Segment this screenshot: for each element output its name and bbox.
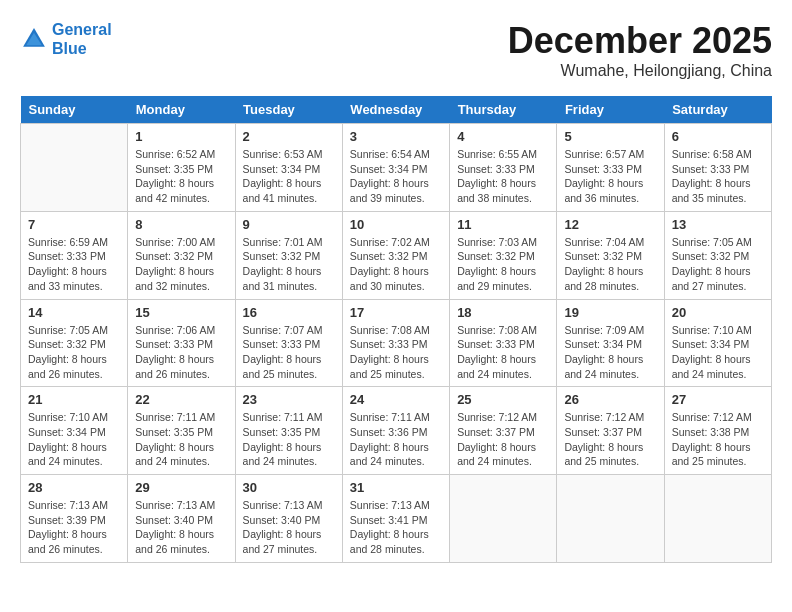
weekday-header-monday: Monday (128, 96, 235, 124)
day-info: Sunrise: 7:05 AM Sunset: 3:32 PM Dayligh… (28, 323, 120, 382)
day-info: Sunrise: 7:12 AM Sunset: 3:37 PM Dayligh… (564, 410, 656, 469)
day-info: Sunrise: 7:06 AM Sunset: 3:33 PM Dayligh… (135, 323, 227, 382)
day-info: Sunrise: 7:01 AM Sunset: 3:32 PM Dayligh… (243, 235, 335, 294)
day-cell: 26Sunrise: 7:12 AM Sunset: 3:37 PM Dayli… (557, 387, 664, 475)
day-number: 8 (135, 217, 227, 232)
day-info: Sunrise: 7:02 AM Sunset: 3:32 PM Dayligh… (350, 235, 442, 294)
day-number: 15 (135, 305, 227, 320)
day-info: Sunrise: 7:05 AM Sunset: 3:32 PM Dayligh… (672, 235, 764, 294)
day-number: 7 (28, 217, 120, 232)
day-number: 12 (564, 217, 656, 232)
day-info: Sunrise: 7:04 AM Sunset: 3:32 PM Dayligh… (564, 235, 656, 294)
day-cell: 13Sunrise: 7:05 AM Sunset: 3:32 PM Dayli… (664, 211, 771, 299)
day-number: 4 (457, 129, 549, 144)
day-number: 19 (564, 305, 656, 320)
week-row-5: 28Sunrise: 7:13 AM Sunset: 3:39 PM Dayli… (21, 475, 772, 563)
day-cell: 7Sunrise: 6:59 AM Sunset: 3:33 PM Daylig… (21, 211, 128, 299)
day-info: Sunrise: 6:59 AM Sunset: 3:33 PM Dayligh… (28, 235, 120, 294)
day-number: 11 (457, 217, 549, 232)
day-info: Sunrise: 6:53 AM Sunset: 3:34 PM Dayligh… (243, 147, 335, 206)
day-cell: 22Sunrise: 7:11 AM Sunset: 3:35 PM Dayli… (128, 387, 235, 475)
day-number: 17 (350, 305, 442, 320)
day-info: Sunrise: 6:52 AM Sunset: 3:35 PM Dayligh… (135, 147, 227, 206)
day-number: 24 (350, 392, 442, 407)
day-info: Sunrise: 6:55 AM Sunset: 3:33 PM Dayligh… (457, 147, 549, 206)
day-info: Sunrise: 7:12 AM Sunset: 3:37 PM Dayligh… (457, 410, 549, 469)
weekday-header-wednesday: Wednesday (342, 96, 449, 124)
week-row-2: 7Sunrise: 6:59 AM Sunset: 3:33 PM Daylig… (21, 211, 772, 299)
day-info: Sunrise: 7:08 AM Sunset: 3:33 PM Dayligh… (457, 323, 549, 382)
title-block: December 2025 Wumahe, Heilongjiang, Chin… (508, 20, 772, 80)
day-cell: 8Sunrise: 7:00 AM Sunset: 3:32 PM Daylig… (128, 211, 235, 299)
day-cell (664, 475, 771, 563)
day-cell: 18Sunrise: 7:08 AM Sunset: 3:33 PM Dayli… (450, 299, 557, 387)
day-info: Sunrise: 6:57 AM Sunset: 3:33 PM Dayligh… (564, 147, 656, 206)
day-info: Sunrise: 7:03 AM Sunset: 3:32 PM Dayligh… (457, 235, 549, 294)
day-cell (557, 475, 664, 563)
week-row-4: 21Sunrise: 7:10 AM Sunset: 3:34 PM Dayli… (21, 387, 772, 475)
day-number: 16 (243, 305, 335, 320)
day-number: 14 (28, 305, 120, 320)
day-number: 30 (243, 480, 335, 495)
day-number: 2 (243, 129, 335, 144)
day-number: 22 (135, 392, 227, 407)
day-number: 1 (135, 129, 227, 144)
day-number: 6 (672, 129, 764, 144)
day-number: 20 (672, 305, 764, 320)
weekday-header-sunday: Sunday (21, 96, 128, 124)
day-info: Sunrise: 7:11 AM Sunset: 3:35 PM Dayligh… (243, 410, 335, 469)
day-number: 18 (457, 305, 549, 320)
day-info: Sunrise: 7:13 AM Sunset: 3:40 PM Dayligh… (135, 498, 227, 557)
day-number: 27 (672, 392, 764, 407)
day-number: 5 (564, 129, 656, 144)
day-cell: 6Sunrise: 6:58 AM Sunset: 3:33 PM Daylig… (664, 124, 771, 212)
day-info: Sunrise: 7:07 AM Sunset: 3:33 PM Dayligh… (243, 323, 335, 382)
day-cell: 5Sunrise: 6:57 AM Sunset: 3:33 PM Daylig… (557, 124, 664, 212)
page-header: General Blue December 2025 Wumahe, Heilo… (20, 20, 772, 80)
day-cell: 4Sunrise: 6:55 AM Sunset: 3:33 PM Daylig… (450, 124, 557, 212)
day-cell: 23Sunrise: 7:11 AM Sunset: 3:35 PM Dayli… (235, 387, 342, 475)
day-cell: 24Sunrise: 7:11 AM Sunset: 3:36 PM Dayli… (342, 387, 449, 475)
day-number: 23 (243, 392, 335, 407)
day-info: Sunrise: 7:10 AM Sunset: 3:34 PM Dayligh… (28, 410, 120, 469)
day-cell: 27Sunrise: 7:12 AM Sunset: 3:38 PM Dayli… (664, 387, 771, 475)
day-number: 21 (28, 392, 120, 407)
day-cell: 25Sunrise: 7:12 AM Sunset: 3:37 PM Dayli… (450, 387, 557, 475)
weekday-header-row: SundayMondayTuesdayWednesdayThursdayFrid… (21, 96, 772, 124)
day-cell: 16Sunrise: 7:07 AM Sunset: 3:33 PM Dayli… (235, 299, 342, 387)
day-number: 3 (350, 129, 442, 144)
day-number: 10 (350, 217, 442, 232)
day-cell: 15Sunrise: 7:06 AM Sunset: 3:33 PM Dayli… (128, 299, 235, 387)
day-cell: 20Sunrise: 7:10 AM Sunset: 3:34 PM Dayli… (664, 299, 771, 387)
weekday-header-thursday: Thursday (450, 96, 557, 124)
day-number: 25 (457, 392, 549, 407)
day-cell: 2Sunrise: 6:53 AM Sunset: 3:34 PM Daylig… (235, 124, 342, 212)
logo-icon (20, 25, 48, 53)
day-cell: 29Sunrise: 7:13 AM Sunset: 3:40 PM Dayli… (128, 475, 235, 563)
day-cell: 28Sunrise: 7:13 AM Sunset: 3:39 PM Dayli… (21, 475, 128, 563)
location-subtitle: Wumahe, Heilongjiang, China (508, 62, 772, 80)
day-info: Sunrise: 7:09 AM Sunset: 3:34 PM Dayligh… (564, 323, 656, 382)
day-number: 26 (564, 392, 656, 407)
day-number: 13 (672, 217, 764, 232)
day-cell: 10Sunrise: 7:02 AM Sunset: 3:32 PM Dayli… (342, 211, 449, 299)
day-cell (21, 124, 128, 212)
day-cell: 17Sunrise: 7:08 AM Sunset: 3:33 PM Dayli… (342, 299, 449, 387)
day-info: Sunrise: 7:12 AM Sunset: 3:38 PM Dayligh… (672, 410, 764, 469)
day-cell: 11Sunrise: 7:03 AM Sunset: 3:32 PM Dayli… (450, 211, 557, 299)
day-cell (450, 475, 557, 563)
day-number: 31 (350, 480, 442, 495)
week-row-1: 1Sunrise: 6:52 AM Sunset: 3:35 PM Daylig… (21, 124, 772, 212)
day-number: 29 (135, 480, 227, 495)
day-cell: 3Sunrise: 6:54 AM Sunset: 3:34 PM Daylig… (342, 124, 449, 212)
month-title: December 2025 (508, 20, 772, 62)
day-info: Sunrise: 6:58 AM Sunset: 3:33 PM Dayligh… (672, 147, 764, 206)
weekday-header-saturday: Saturday (664, 96, 771, 124)
calendar-table: SundayMondayTuesdayWednesdayThursdayFrid… (20, 96, 772, 563)
weekday-header-tuesday: Tuesday (235, 96, 342, 124)
day-cell: 9Sunrise: 7:01 AM Sunset: 3:32 PM Daylig… (235, 211, 342, 299)
day-info: Sunrise: 7:10 AM Sunset: 3:34 PM Dayligh… (672, 323, 764, 382)
day-cell: 14Sunrise: 7:05 AM Sunset: 3:32 PM Dayli… (21, 299, 128, 387)
day-cell: 1Sunrise: 6:52 AM Sunset: 3:35 PM Daylig… (128, 124, 235, 212)
day-cell: 21Sunrise: 7:10 AM Sunset: 3:34 PM Dayli… (21, 387, 128, 475)
